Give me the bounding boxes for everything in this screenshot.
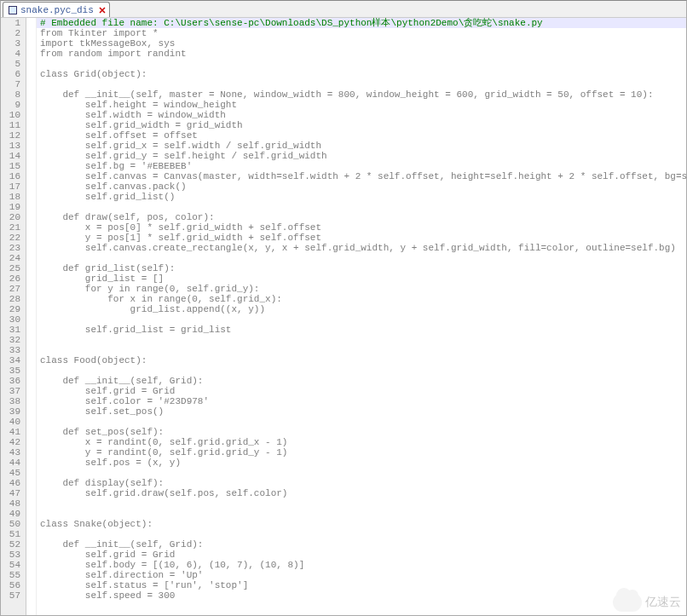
fold-marker	[26, 590, 36, 601]
code-line[interactable]: # Embedded file name: C:\Users\sense-pc\…	[37, 18, 686, 28]
code-line[interactable]: grid_list.append((x, y))	[37, 304, 686, 314]
code-line[interactable]: def display(self):	[37, 478, 686, 488]
tab-bar: snake.pyc_dis	[1, 1, 686, 18]
code-line[interactable]: self.status = ['run', 'stop']	[37, 580, 686, 590]
code-line[interactable]: self.speed = 300	[37, 590, 686, 601]
code-line[interactable]: import tkMessageBox, sys	[37, 38, 686, 49]
code-line[interactable]: def __init__(self, master = None, window…	[37, 89, 686, 100]
code-line[interactable]: self.pos = (x, y)	[37, 458, 686, 468]
fold-marker	[26, 79, 36, 89]
fold-marker	[26, 427, 36, 437]
line-number: 13	[1, 141, 22, 151]
code-line[interactable]: self.width = window_width	[37, 110, 686, 120]
code-line[interactable]: class Snake(object):	[37, 519, 686, 529]
fold-marker	[26, 273, 36, 284]
code-line[interactable]: self.direction = 'Up'	[37, 570, 686, 580]
file-icon	[9, 6, 17, 14]
code-line[interactable]	[37, 498, 686, 509]
line-number: 1	[1, 18, 22, 28]
fold-marker	[26, 263, 36, 273]
code-line[interactable]	[37, 468, 686, 478]
fold-marker	[26, 161, 36, 171]
code-line[interactable]: self.set_pos()	[37, 406, 686, 417]
fold-marker	[26, 345, 36, 355]
code-line[interactable]: self.canvas.pack()	[37, 181, 686, 192]
editor-window: snake.pyc_dis 12345678910111213141516171…	[0, 0, 687, 616]
line-number: 51	[1, 529, 22, 539]
code-line[interactable]: self.grid = Grid	[37, 550, 686, 560]
code-line[interactable]: from Tkinter import *	[37, 28, 686, 38]
line-number: 30	[1, 314, 22, 325]
code-editor[interactable]: 1234567891011121314151617181920212223242…	[1, 18, 686, 615]
code-line[interactable]	[37, 417, 686, 427]
code-line[interactable]	[37, 59, 686, 69]
code-line[interactable]: y = randint(0, self.grid.grid_y - 1)	[37, 447, 686, 458]
code-line[interactable]: self.offset = offset	[37, 130, 686, 141]
code-line[interactable]: self.body = [(10, 6), (10, 7), (10, 8)]	[37, 560, 686, 570]
line-number: 4	[1, 49, 22, 59]
fold-marker	[26, 396, 36, 406]
fold-marker	[26, 89, 36, 100]
code-line[interactable]	[37, 202, 686, 212]
code-line[interactable]: self.grid_width = grid_width	[37, 120, 686, 130]
code-line[interactable]	[37, 529, 686, 539]
line-number: 32	[1, 335, 22, 345]
code-line[interactable]	[37, 366, 686, 376]
code-line[interactable]	[37, 509, 686, 519]
code-line[interactable]: self.grid_list = grid_list	[37, 325, 686, 335]
code-line[interactable]	[37, 335, 686, 345]
code-line[interactable]: self.grid_x = self.width / self.grid_wid…	[37, 141, 686, 151]
line-number: 57	[1, 590, 22, 601]
code-line[interactable]: for y in range(0, self.grid_y):	[37, 284, 686, 294]
code-line[interactable]	[37, 253, 686, 263]
fold-marker	[26, 458, 36, 468]
fold-marker	[26, 59, 36, 69]
fold-marker	[26, 498, 36, 509]
code-line[interactable]: self.canvas = Canvas(master, width=self.…	[37, 171, 686, 181]
code-line[interactable]: y = pos[1] * self.grid_width + self.offs…	[37, 233, 686, 243]
code-line[interactable]: for x in range(0, self.grid_x):	[37, 294, 686, 304]
fold-marker	[26, 417, 36, 427]
fold-marker	[26, 539, 36, 550]
code-line[interactable]: self.height = window_height	[37, 100, 686, 110]
code-line[interactable]: self.canvas.create_rectangle(x, y, x + s…	[37, 243, 686, 253]
code-line[interactable]: self.grid_list()	[37, 192, 686, 202]
file-tab[interactable]: snake.pyc_dis	[3, 2, 110, 17]
code-line[interactable]: self.bg = '#EBEBEB'	[37, 161, 686, 171]
code-area[interactable]: # Embedded file name: C:\Users\sense-pc\…	[37, 18, 686, 615]
code-line[interactable]: class Grid(object):	[37, 69, 686, 79]
line-number: 12	[1, 130, 22, 141]
line-number: 20	[1, 212, 22, 222]
code-line[interactable]: self.grid.draw(self.pos, self.color)	[37, 488, 686, 498]
fold-marker	[26, 212, 36, 222]
line-number: 37	[1, 386, 22, 396]
fold-marker	[26, 181, 36, 192]
line-number: 41	[1, 427, 22, 437]
fold-marker	[26, 335, 36, 345]
code-line[interactable]: def set_pos(self):	[37, 427, 686, 437]
code-line[interactable]: x = pos[0] * self.grid_width + self.offs…	[37, 222, 686, 233]
code-line[interactable]: x = randint(0, self.grid.grid_x - 1)	[37, 437, 686, 447]
code-line[interactable]: def grid_list(self):	[37, 263, 686, 273]
close-icon[interactable]	[97, 5, 107, 15]
fold-bar	[26, 18, 37, 615]
fold-marker	[26, 284, 36, 294]
code-line[interactable]: def __init__(self, Grid):	[37, 376, 686, 386]
fold-marker	[26, 130, 36, 141]
code-line[interactable]: grid_list = []	[37, 273, 686, 284]
code-line[interactable]: def draw(self, pos, color):	[37, 212, 686, 222]
code-line[interactable]	[37, 314, 686, 325]
line-number: 52	[1, 539, 22, 550]
fold-marker	[26, 509, 36, 519]
code-line[interactable]: self.grid = Grid	[37, 386, 686, 396]
code-line[interactable]: self.grid_y = self.height / self.grid_wi…	[37, 151, 686, 161]
code-line[interactable]: self.color = '#23D978'	[37, 396, 686, 406]
fold-marker	[26, 437, 36, 447]
code-line[interactable]: def __init__(self, Grid):	[37, 539, 686, 550]
code-line[interactable]	[37, 79, 686, 89]
line-number: 39	[1, 406, 22, 417]
code-line[interactable]	[37, 345, 686, 355]
code-line[interactable]: from random import randint	[37, 49, 686, 59]
code-line[interactable]: class Food(object):	[37, 355, 686, 366]
line-number-gutter: 1234567891011121314151617181920212223242…	[1, 18, 26, 615]
